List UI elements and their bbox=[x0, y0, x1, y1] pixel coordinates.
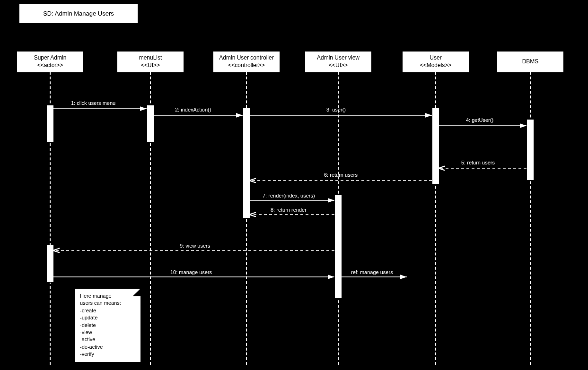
activation-super-admin-2 bbox=[46, 245, 54, 283]
note-fold-icon bbox=[133, 289, 140, 296]
msg-8: 8: return render bbox=[271, 207, 307, 213]
activation-menulist bbox=[147, 105, 154, 143]
msg-1: 1: click users menu bbox=[71, 100, 115, 106]
lifeline-name: User bbox=[430, 54, 441, 62]
lifeline-dash-5 bbox=[530, 72, 531, 365]
diagram-title: SD: Admin Manage Users bbox=[43, 10, 114, 18]
lifeline-stereotype: <<UI>> bbox=[329, 62, 348, 69]
note-manage-users: Here manage users can means: -create -up… bbox=[75, 288, 141, 362]
note-line: -verify bbox=[80, 351, 136, 358]
note-line: -view bbox=[80, 329, 136, 336]
activation-dbms bbox=[527, 119, 534, 181]
note-line: -update bbox=[80, 314, 136, 321]
lifeline-name: Admin User view bbox=[317, 54, 360, 62]
note-line: users can means: bbox=[80, 300, 136, 307]
note-line: Here manage bbox=[80, 293, 136, 300]
lifeline-head-0: Super Admin<<actor>> bbox=[17, 51, 84, 73]
msg-ref: ref: manage users bbox=[351, 269, 393, 275]
msg-6: 6: return users bbox=[324, 172, 358, 178]
msg-7: 7: render(index, users) bbox=[263, 193, 315, 198]
lifeline-stereotype: <<Models>> bbox=[420, 62, 452, 69]
lifeline-stereotype: <<controller>> bbox=[228, 62, 264, 69]
lifeline-name: DBMS bbox=[522, 58, 539, 66]
note-line: -delete bbox=[80, 322, 136, 329]
sequence-diagram: SD: Admin Manage Users Super Admin<<acto… bbox=[0, 0, 588, 370]
lifeline-head-5: DBMS bbox=[497, 51, 564, 73]
lifeline-head-1: menuList<<UI>> bbox=[117, 51, 184, 73]
lifeline-head-3: Admin User view<<UI>> bbox=[305, 51, 372, 73]
lifeline-stereotype: <<actor>> bbox=[37, 62, 63, 69]
activation-user-model bbox=[432, 108, 439, 184]
msg-2: 2: indexAction() bbox=[175, 107, 211, 112]
lifeline-name: Admin User controller bbox=[219, 54, 273, 62]
lifeline-name: menuList bbox=[139, 54, 162, 62]
activation-super-admin-1 bbox=[46, 105, 54, 143]
activation-view bbox=[334, 195, 342, 299]
msg-3: 3: user() bbox=[326, 107, 346, 112]
msg-5: 5: return users bbox=[461, 160, 495, 165]
msg-9: 9: view users bbox=[180, 243, 210, 249]
activation-controller bbox=[243, 108, 250, 218]
msg-4: 4: getUser() bbox=[466, 117, 493, 123]
lifeline-name: Super Admin bbox=[34, 54, 67, 62]
lifeline-head-2: Admin User controller<<controller>> bbox=[213, 51, 280, 73]
msg-10: 10: manage users bbox=[170, 269, 212, 275]
note-line: -active bbox=[80, 336, 136, 343]
note-line: -create bbox=[80, 307, 136, 314]
note-line: -de-active bbox=[80, 344, 136, 351]
lifeline-stereotype: <<UI>> bbox=[141, 62, 160, 69]
lifeline-head-4: User<<Models>> bbox=[402, 51, 469, 73]
diagram-title-box: SD: Admin Manage Users bbox=[19, 4, 138, 24]
